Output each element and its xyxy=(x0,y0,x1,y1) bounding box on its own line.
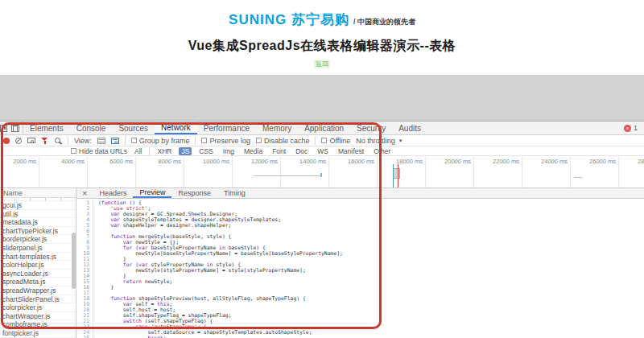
filter-icon[interactable] xyxy=(41,137,48,144)
timeline-late-request-bar xyxy=(574,177,583,178)
detail-tab-response[interactable]: Response xyxy=(171,188,217,198)
code-line-number: 6 xyxy=(76,229,93,234)
tab-network[interactable]: Network xyxy=(155,122,197,134)
checkbox-icon xyxy=(321,138,327,143)
group-by-frame-checkbox[interactable]: Group by frame xyxy=(131,137,190,145)
timeline-gridline xyxy=(522,156,522,188)
detail-tab-preview[interactable]: Preview xyxy=(133,188,171,198)
view-list-icon[interactable] xyxy=(97,138,105,144)
network-request-row[interactable]: fontpicker.js xyxy=(0,329,76,338)
error-badge[interactable]: × 1 xyxy=(624,122,644,134)
network-request-row[interactable]: sliderpanel.js xyxy=(0,244,76,253)
filter-type-other[interactable]: Other xyxy=(371,147,393,155)
code-preview[interactable]: 1(function () {2 'use strict';3 var desi… xyxy=(76,199,644,338)
tab-security[interactable]: Security xyxy=(350,122,392,134)
filter-type-all[interactable]: All xyxy=(132,147,144,155)
screenshot-capture-icon[interactable] xyxy=(27,138,35,143)
network-toolbar: View: Group by frame Preserve log Disabl… xyxy=(0,135,644,146)
logo-text: SUNING 苏宁易购 xyxy=(229,10,349,29)
network-request-row[interactable]: chartWrapper.js xyxy=(0,312,76,321)
devtools-mode-icons xyxy=(0,122,23,134)
devtools-panel: Elements Console Sources Network Perform… xyxy=(0,121,644,338)
preserve-log-checkbox[interactable]: Preserve log xyxy=(201,137,250,145)
offline-label: Offline xyxy=(329,137,350,145)
throttling-dropdown[interactable]: No throttling ▾ xyxy=(356,137,402,145)
timeline-gridline xyxy=(473,156,474,188)
device-toolbar-icon[interactable] xyxy=(11,125,19,132)
filter-type-js[interactable]: JS xyxy=(179,147,192,155)
code-line-text: newStyle[baseStylePropertyName] = baseSt… xyxy=(93,251,343,257)
tab-elements[interactable]: Elements xyxy=(23,122,70,134)
tab-performance[interactable]: Performance xyxy=(197,122,256,134)
logo[interactable]: SUNING 苏宁易购 / 中国商业的领先者 xyxy=(0,10,644,29)
tab-application[interactable]: Application xyxy=(298,122,350,134)
search-icon[interactable] xyxy=(54,137,62,145)
network-request-row[interactable]: chartTypePicker.js xyxy=(0,227,76,236)
error-icon: × xyxy=(624,125,631,132)
inspect-element-icon[interactable] xyxy=(0,125,7,132)
code-line-number: 2 xyxy=(76,206,93,212)
error-count: 1 xyxy=(634,124,638,132)
checkbox-icon xyxy=(131,138,137,143)
view-label: View: xyxy=(74,137,92,145)
filter-type-xhr[interactable]: XHR xyxy=(155,147,174,155)
timeline-gridline xyxy=(184,156,184,188)
name-column-header[interactable]: Name xyxy=(0,188,76,198)
network-request-row[interactable]: colorHelper.js xyxy=(0,261,76,270)
code-line-number: 4 xyxy=(76,217,93,223)
network-request-row[interactable]: asyncLoader.js xyxy=(0,270,76,278)
close-icon[interactable]: × xyxy=(76,188,93,198)
detail-tab-timing[interactable]: Timing xyxy=(217,188,252,198)
code-line-number: 7 xyxy=(76,234,93,240)
tab-sources[interactable]: Sources xyxy=(112,122,155,134)
offline-checkbox[interactable]: Offline xyxy=(321,137,350,145)
network-request-row[interactable]: util.js xyxy=(0,210,76,219)
code-line-text: } xyxy=(93,285,114,291)
hide-data-urls-checkbox[interactable]: Hide data URLs xyxy=(71,147,127,155)
tab-memory[interactable]: Memory xyxy=(256,122,298,134)
timeline-tick-label: 4000 ms xyxy=(41,158,85,165)
toolbar-divider xyxy=(315,137,316,145)
clear-icon[interactable] xyxy=(15,138,22,144)
timeline-domcontentloaded-line xyxy=(393,164,394,188)
network-request-row[interactable]: spreadWrapper.js xyxy=(0,286,76,295)
filter-type-ws[interactable]: WS xyxy=(315,147,331,155)
network-request-row[interactable]: metadata.js xyxy=(0,218,76,227)
toolbar-divider xyxy=(125,137,126,145)
network-request-row[interactable]: borderpicker.js xyxy=(0,235,76,244)
view-waterfall-icon[interactable] xyxy=(111,138,119,144)
network-request-row[interactable]: colorpicker.js xyxy=(0,303,76,312)
toolbar-divider xyxy=(68,137,68,145)
site-header: SUNING 苏宁易购 / 中国商业的领先者 Vue集成SpreadJs在线表格… xyxy=(0,0,644,69)
filter-type-css[interactable]: CSS xyxy=(196,147,215,155)
filter-type-img[interactable]: Img xyxy=(221,147,237,155)
network-request-row[interactable]: spreadMeta.js xyxy=(0,278,76,286)
request-list: Name gcui.jsutil.jsmetadata.jschartTypeP… xyxy=(0,188,76,338)
checkbox-icon xyxy=(71,148,76,154)
page-title: Vue集成SpreadJs在线表格编辑器演示--表格 xyxy=(0,38,644,55)
timeline-gridline xyxy=(232,156,233,188)
filter-type-media[interactable]: Media xyxy=(242,147,265,155)
code-line-number: 3 xyxy=(76,212,93,217)
tab-audits[interactable]: Audits xyxy=(392,122,427,134)
disable-cache-checkbox[interactable]: Disable cache xyxy=(256,137,310,145)
request-list-scrollbar[interactable] xyxy=(72,233,76,289)
tab-console[interactable]: Console xyxy=(70,122,113,134)
record-icon[interactable] xyxy=(3,138,10,144)
network-request-row[interactable]: chartSliderPanel.js xyxy=(0,295,76,304)
filter-type-manifest[interactable]: Manifest xyxy=(336,147,366,155)
network-request-row[interactable]: chart-templates.js xyxy=(0,253,76,262)
timeline-tick-label: 12000 ms xyxy=(234,158,278,165)
timeline-request-tick xyxy=(320,173,322,177)
preserve-log-label: Preserve log xyxy=(209,137,250,145)
timeline-overview[interactable]: 2000 ms4000 ms6000 ms8000 ms10000 ms1200… xyxy=(0,156,644,188)
network-main: Name gcui.jsutil.jsmetadata.jschartTypeP… xyxy=(0,188,644,338)
filter-type-doc[interactable]: Doc xyxy=(293,147,310,155)
back-link[interactable]: 返回 xyxy=(314,60,330,68)
timeline-gridline xyxy=(135,156,136,188)
network-request-row[interactable]: comboframe.js xyxy=(0,320,76,329)
detail-tab-headers[interactable]: Headers xyxy=(93,188,133,198)
filter-type-font[interactable]: Font xyxy=(270,147,288,155)
page-content-area xyxy=(0,75,644,121)
network-request-row[interactable]: gcui.js xyxy=(0,201,76,210)
